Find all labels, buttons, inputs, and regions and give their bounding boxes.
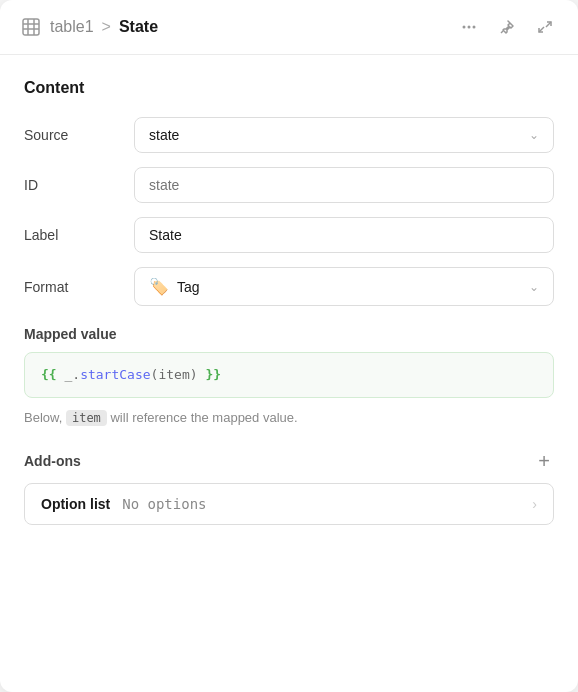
underscore: _. xyxy=(57,367,80,382)
format-control: 🏷️ Tag ⌄ xyxy=(134,267,554,306)
option-list-name: Option list xyxy=(41,496,110,512)
source-value: state xyxy=(149,127,179,143)
code-arg: item xyxy=(158,367,189,382)
hint-text: Below, item will reference the mapped va… xyxy=(24,408,554,428)
svg-rect-0 xyxy=(23,19,39,35)
header-actions xyxy=(456,14,558,40)
label-row: Label xyxy=(24,217,554,253)
svg-point-5 xyxy=(463,26,466,29)
more-button[interactable] xyxy=(456,14,482,40)
source-control: state ⌄ xyxy=(134,117,554,153)
format-select[interactable]: 🏷️ Tag ⌄ xyxy=(134,267,554,306)
breadcrumb-table: table1 xyxy=(50,18,94,36)
label-control xyxy=(134,217,554,253)
svg-point-7 xyxy=(473,26,476,29)
format-row: Format 🏷️ Tag ⌄ xyxy=(24,267,554,306)
format-select-left: 🏷️ Tag xyxy=(149,277,200,296)
option-list-left: Option list No options xyxy=(41,496,207,512)
format-value: Tag xyxy=(177,279,200,295)
id-label: ID xyxy=(24,177,134,193)
source-chevron-icon: ⌄ xyxy=(529,128,539,142)
pin-button[interactable] xyxy=(494,14,520,40)
format-chevron-icon: ⌄ xyxy=(529,280,539,294)
option-list-chevron-icon: › xyxy=(532,496,537,512)
id-control xyxy=(134,167,554,203)
hint-text-after: will reference the mapped value. xyxy=(110,410,297,425)
expand-button[interactable] xyxy=(532,14,558,40)
header: table1 > State xyxy=(0,0,578,55)
panel: table1 > State xyxy=(0,0,578,692)
open-brace: {{ xyxy=(41,367,57,382)
mapped-value-section: Mapped value {{ _.startCase(item) }} Bel… xyxy=(24,326,554,427)
close-brace: }} xyxy=(198,367,221,382)
mapped-value-label: Mapped value xyxy=(24,326,554,342)
tag-icon: 🏷️ xyxy=(149,277,169,296)
table-icon xyxy=(20,16,42,38)
format-label: Format xyxy=(24,279,134,295)
label-input[interactable] xyxy=(134,217,554,253)
label-label: Label xyxy=(24,227,134,243)
close-paren: ) xyxy=(190,367,198,382)
section-title: Content xyxy=(24,79,554,97)
source-select[interactable]: state ⌄ xyxy=(134,117,554,153)
svg-point-6 xyxy=(468,26,471,29)
source-row: Source state ⌄ xyxy=(24,117,554,153)
addons-title: Add-ons xyxy=(24,453,81,469)
header-left: table1 > State xyxy=(20,16,158,38)
source-label: Source xyxy=(24,127,134,143)
svg-line-8 xyxy=(501,31,503,33)
body: Content Source state ⌄ ID Label xyxy=(0,55,578,549)
method: startCase xyxy=(80,367,150,382)
option-list-value: No options xyxy=(122,496,206,512)
addons-header: Add-ons + xyxy=(24,451,554,471)
hint-text-before: Below, xyxy=(24,410,62,425)
code-block[interactable]: {{ _.startCase(item) }} xyxy=(24,352,554,398)
breadcrumb-separator: > xyxy=(102,18,111,36)
add-addon-button[interactable]: + xyxy=(534,451,554,471)
breadcrumb-current: State xyxy=(119,18,158,36)
hint-code: item xyxy=(66,410,107,426)
option-list-row[interactable]: Option list No options › xyxy=(24,483,554,525)
id-input[interactable] xyxy=(134,167,554,203)
id-row: ID xyxy=(24,167,554,203)
